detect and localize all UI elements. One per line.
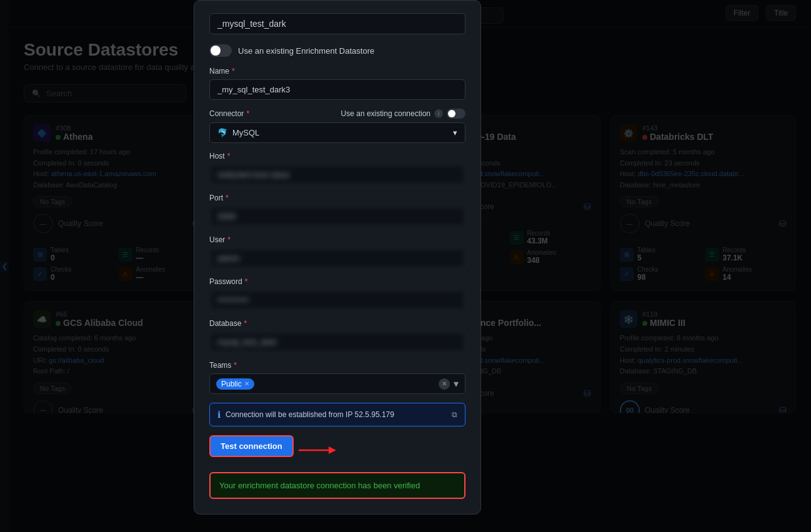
success-text: Your enrichment datastore connection has… [219, 481, 420, 490]
required-indicator: * [234, 361, 237, 370]
ip-notice: ℹ Connection will be established from IP… [209, 403, 465, 426]
host-input[interactable] [209, 164, 465, 185]
modal-form: _mysql_test_dark Use an existing Enrichm… [194, 0, 481, 515]
success-notice: Your enrichment datastore connection has… [209, 472, 465, 499]
name-field-group: Name * [209, 67, 465, 100]
name-label: Name * [209, 67, 465, 76]
modal-overlay: _mysql_test_dark Use an existing Enrichm… [0, 0, 811, 532]
required-indicator: * [246, 109, 249, 118]
required-indicator: * [227, 152, 231, 160]
database-input[interactable] [209, 332, 465, 352]
database-label: Database * [209, 319, 465, 328]
password-input[interactable] [209, 290, 465, 310]
user-field-group: User * [209, 235, 465, 268]
required-indicator: * [232, 67, 235, 76]
info-circle-icon: ℹ [217, 410, 221, 420]
info-icon[interactable]: i [434, 109, 443, 118]
enrichment-toggle[interactable] [209, 44, 232, 57]
connector-select[interactable]: 🐬 MySQL ▾ [209, 122, 465, 143]
ip-notice-text: Connection will be established from IP 5… [226, 410, 394, 419]
toggle-label: Use an existing Enrichment Datastore [238, 46, 374, 56]
required-indicator: * [226, 194, 229, 202]
teams-label: Teams * [209, 361, 465, 370]
port-label: Port * [209, 194, 465, 202]
test-connection-button[interactable]: Test connection [209, 435, 294, 457]
toggle-knob [448, 110, 455, 117]
teams-input[interactable]: Public ✕ ✕ ▾ [209, 373, 465, 394]
connector-value: MySQL [232, 128, 259, 137]
clear-teams-btn[interactable]: ✕ [439, 378, 450, 390]
mysql-icon: 🐬 [217, 128, 227, 137]
host-label: Host * [209, 152, 465, 160]
user-input[interactable] [209, 248, 465, 268]
password-label: Password * [209, 277, 465, 286]
toggle-knob [211, 46, 221, 56]
required-indicator: * [227, 235, 231, 244]
required-indicator: * [244, 319, 247, 328]
svg-marker-1 [329, 446, 336, 454]
team-tag-public: Public ✕ [216, 378, 254, 390]
password-field-group: Password * [209, 277, 465, 310]
copy-icon[interactable]: ⧉ [452, 410, 457, 419]
required-indicator: * [245, 277, 248, 286]
port-input[interactable] [209, 206, 465, 227]
connector-field-group: Connector * Use an existing connection i [209, 109, 465, 143]
teams-chevron: ▾ [454, 378, 459, 390]
existing-conn-label: Use an existing connection [341, 109, 430, 118]
existing-conn-toggle[interactable] [447, 109, 465, 119]
red-arrow-indicator [299, 443, 336, 458]
connector-row: Connector * Use an existing connection i [209, 109, 465, 119]
chevron-down-icon: ▾ [453, 128, 457, 137]
toggle-row: Use an existing Enrichment Datastore [209, 44, 465, 57]
host-field-group: Host * [209, 152, 465, 185]
user-label: User * [209, 235, 465, 244]
name-input[interactable] [209, 79, 465, 100]
modal-datastore-name: _mysql_test_dark [209, 13, 465, 34]
team-tag-remove[interactable]: ✕ [244, 380, 249, 387]
teams-field-group: Teams * Public ✕ ✕ ▾ [209, 361, 465, 394]
connector-label: Connector * [209, 109, 249, 118]
port-field-group: Port * [209, 194, 465, 227]
database-field-group: Database * [209, 319, 465, 352]
